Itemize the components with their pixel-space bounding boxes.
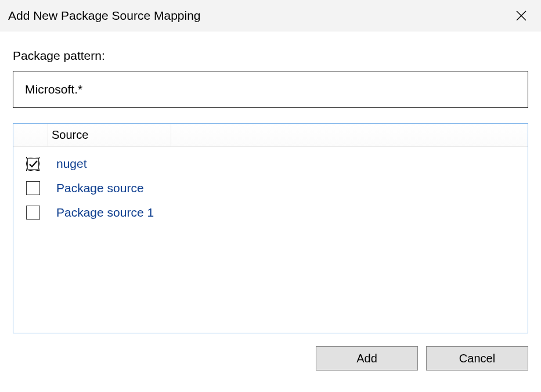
cancel-button[interactable]: Cancel [426, 346, 528, 371]
pattern-input[interactable] [13, 71, 528, 108]
source-name: Package source [56, 181, 144, 195]
list-item[interactable]: Package source [13, 176, 528, 200]
column-header-checkbox[interactable] [13, 124, 48, 146]
source-checkbox[interactable] [26, 157, 40, 171]
titlebar: Add New Package Source Mapping [0, 0, 541, 31]
source-list: Source nuget Package source [13, 123, 528, 333]
source-list-header: Source [13, 124, 528, 147]
source-name: Package source 1 [56, 206, 154, 220]
source-checkbox[interactable] [26, 206, 40, 220]
dialog-title: Add New Package Source Mapping [8, 9, 201, 23]
source-list-body: nuget Package source Package source 1 [13, 147, 528, 225]
pattern-label: Package pattern: [13, 49, 528, 63]
add-button[interactable]: Add [316, 346, 418, 371]
list-item[interactable]: nuget [13, 152, 528, 176]
close-icon [516, 10, 526, 21]
button-row: Add Cancel [0, 333, 541, 371]
column-header-spacer [171, 124, 528, 146]
list-item[interactable]: Package source 1 [13, 200, 528, 225]
checkmark-icon [28, 159, 38, 169]
source-checkbox[interactable] [26, 181, 40, 195]
column-header-source[interactable]: Source [48, 124, 171, 146]
dialog-content: Package pattern: Source nuget [0, 31, 541, 333]
source-name: nuget [56, 157, 87, 171]
close-button[interactable] [510, 4, 533, 27]
